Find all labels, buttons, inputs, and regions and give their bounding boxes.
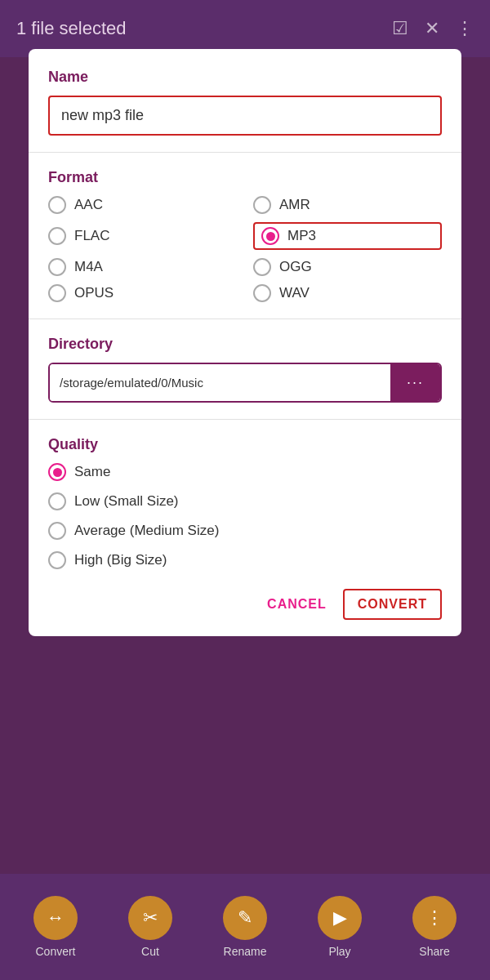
- quality-option-low[interactable]: Low (Small Size): [48, 492, 442, 510]
- quality-label-same: Same: [74, 464, 110, 480]
- radio-m4a[interactable]: [48, 258, 66, 276]
- cancel-button[interactable]: CANCEL: [267, 597, 327, 612]
- format-label-wav: WAV: [279, 285, 310, 301]
- directory-row: ···: [48, 363, 442, 403]
- radio-wav[interactable]: [253, 284, 271, 302]
- bottom-bar: ↔ Convert ✂ Cut ✎ Rename ▶ Play ⋮ Share: [0, 874, 490, 980]
- format-label-amr: AMR: [279, 197, 310, 213]
- bottom-label-rename: Rename: [224, 945, 267, 958]
- format-option-amr[interactable]: AMR: [253, 196, 442, 214]
- radio-opus[interactable]: [48, 284, 66, 302]
- format-option-wav[interactable]: WAV: [253, 284, 442, 302]
- radio-flac[interactable]: [48, 227, 66, 245]
- format-label-mp3: MP3: [287, 228, 316, 244]
- name-label: Name: [48, 69, 442, 86]
- top-bar-icons: ☑ ✕ ⋮: [392, 18, 474, 39]
- format-option-m4a[interactable]: M4A: [48, 258, 237, 276]
- divider-3: [29, 419, 461, 420]
- bottom-label-play: Play: [328, 945, 350, 958]
- name-input[interactable]: [48, 96, 442, 136]
- radio-same[interactable]: [48, 463, 66, 481]
- format-label-opus: OPUS: [74, 285, 114, 301]
- convert-button[interactable]: CONVERT: [343, 589, 442, 620]
- radio-low[interactable]: [48, 492, 66, 510]
- radio-ogg[interactable]: [253, 258, 271, 276]
- format-grid: AAC AMR FLAC MP3 M4A OGG OPUS: [48, 196, 442, 302]
- format-label-flac: FLAC: [74, 228, 109, 244]
- menu-icon[interactable]: ⋮: [456, 18, 474, 39]
- convert-dialog: Name Format AAC AMR FLAC MP3 M4A: [29, 49, 461, 636]
- bottom-item-play[interactable]: ▶ Play: [318, 896, 362, 958]
- bottom-label-cut: Cut: [141, 945, 159, 958]
- bottom-item-convert[interactable]: ↔ Convert: [33, 896, 78, 958]
- share-icon: ⋮: [412, 896, 457, 940]
- radio-high[interactable]: [48, 551, 66, 569]
- divider-2: [29, 318, 461, 319]
- quality-label-average: Average (Medium Size): [74, 523, 219, 539]
- quality-options: Same Low (Small Size) Average (Medium Si…: [48, 463, 442, 569]
- radio-amr[interactable]: [253, 196, 271, 214]
- radio-mp3[interactable]: [261, 227, 279, 245]
- convert-icon: ↔: [33, 896, 78, 940]
- format-option-ogg[interactable]: OGG: [253, 258, 442, 276]
- format-option-aac[interactable]: AAC: [48, 196, 237, 214]
- quality-option-high[interactable]: High (Big Size): [48, 551, 442, 569]
- bottom-label-share: Share: [419, 945, 449, 958]
- bottom-item-cut[interactable]: ✂ Cut: [128, 896, 172, 958]
- bottom-item-rename[interactable]: ✎ Rename: [223, 896, 267, 958]
- quality-option-average[interactable]: Average (Medium Size): [48, 522, 442, 540]
- quality-label: Quality: [48, 436, 442, 453]
- format-label-ogg: OGG: [279, 259, 312, 275]
- close-icon[interactable]: ✕: [425, 18, 439, 39]
- cut-icon: ✂: [128, 896, 172, 940]
- action-buttons: CANCEL CONVERT: [48, 589, 442, 620]
- quality-option-same[interactable]: Same: [48, 463, 442, 481]
- divider-1: [29, 152, 461, 153]
- check-icon[interactable]: ☑: [392, 18, 408, 39]
- quality-label-low: Low (Small Size): [74, 493, 179, 510]
- rename-icon: ✎: [223, 896, 267, 940]
- bottom-item-share[interactable]: ⋮ Share: [412, 896, 457, 958]
- radio-average[interactable]: [48, 522, 66, 540]
- directory-label: Directory: [48, 336, 442, 353]
- directory-browse-button[interactable]: ···: [390, 364, 440, 401]
- bottom-label-convert: Convert: [35, 945, 75, 958]
- top-bar-title: 1 file selected: [16, 18, 127, 39]
- directory-input[interactable]: [50, 364, 390, 401]
- format-label-aac: AAC: [74, 197, 103, 213]
- play-icon: ▶: [318, 896, 362, 940]
- format-option-mp3[interactable]: MP3: [253, 222, 442, 250]
- format-option-flac[interactable]: FLAC: [48, 222, 237, 250]
- radio-aac[interactable]: [48, 196, 66, 214]
- format-label-m4a: M4A: [74, 259, 103, 275]
- quality-label-high: High (Big Size): [74, 552, 167, 568]
- format-label: Format: [48, 169, 442, 186]
- format-option-opus[interactable]: OPUS: [48, 284, 237, 302]
